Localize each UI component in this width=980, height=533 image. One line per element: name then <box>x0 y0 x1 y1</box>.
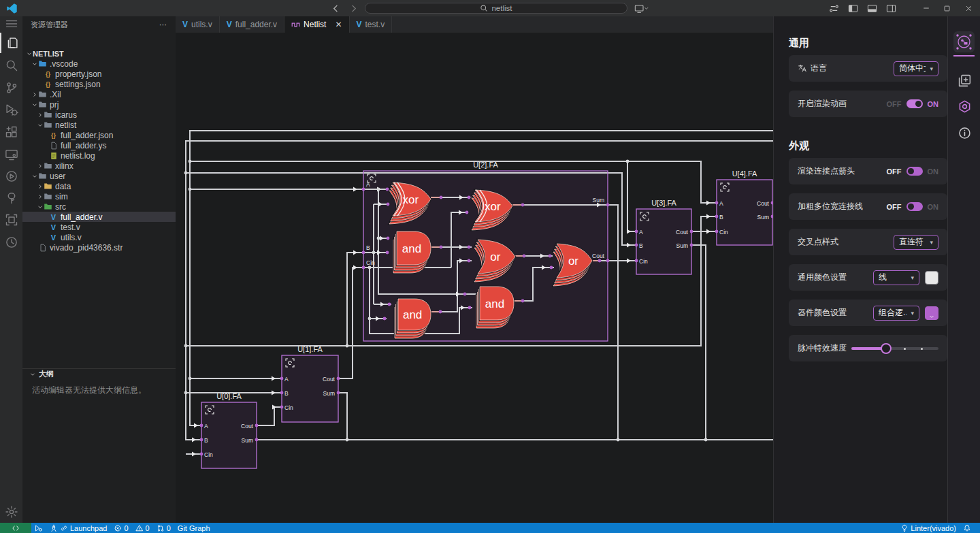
port-label: Cin <box>284 404 293 411</box>
tree-item-xilinx[interactable]: xilinx <box>22 161 176 171</box>
status-remote[interactable] <box>0 523 31 533</box>
wire-arrow <box>627 259 631 263</box>
netlist-canvas[interactable]: xorxorandororandandU[2].FAABCinSumCoutU[… <box>176 33 773 523</box>
layout-controls-icon[interactable] <box>826 1 841 16</box>
sidebar-more-actions[interactable]: ⋯ <box>159 20 167 29</box>
tab-test.v[interactable]: Vtest.v <box>350 16 393 33</box>
tree-item-netlist[interactable]: netlist <box>22 120 176 130</box>
ext-icon[interactable] <box>0 122 22 142</box>
remote-icon[interactable] <box>0 144 22 165</box>
menu-icon[interactable] <box>0 14 22 34</box>
tree-item-prj[interactable]: prj <box>22 99 176 110</box>
tab-close-icon[interactable]: ✕ <box>335 20 342 29</box>
tree-item-test.v[interactable]: Vtest.v <box>22 222 176 232</box>
tree-item-icarus[interactable]: icarus <box>22 110 176 120</box>
tree-item-utils.v[interactable]: Vutils.v <box>22 232 176 242</box>
toggle-render-animation[interactable]: OFFON <box>887 99 939 108</box>
status-launchpad[interactable]: Launchpad <box>46 523 110 533</box>
tab-bar: Vutils.vVfull_adder.vNetlist✕Vtest.v <box>176 16 773 33</box>
close-button[interactable] <box>957 0 980 16</box>
pin-dot <box>521 300 525 303</box>
status-debug[interactable] <box>31 523 46 533</box>
collect-icon[interactable] <box>957 73 972 88</box>
color-swatch-general-color[interactable] <box>925 271 938 285</box>
gate-and[interactable]: and <box>476 287 514 328</box>
dropdown-general-color[interactable]: 线▾ <box>873 270 919 285</box>
toggle-render-arrows[interactable]: OFFON <box>887 167 939 176</box>
block-U0[interactable] <box>201 402 257 468</box>
tree-item-settings.json[interactable]: {}settings.json <box>22 79 176 89</box>
frame-icon[interactable] <box>0 210 22 230</box>
gear-icon[interactable] <box>0 502 22 522</box>
dropdown-language[interactable]: 简体中文▾ <box>894 61 938 76</box>
scm-icon[interactable] <box>0 78 22 98</box>
status-notifications[interactable] <box>960 523 975 533</box>
search-icon[interactable] <box>0 55 22 76</box>
outline-header[interactable]: 大纲 <box>22 369 176 379</box>
tree-item-full_adder.ys[interactable]: full_adder.ys <box>22 140 176 150</box>
tree-item-vivado_pid43636.str[interactable]: vivado_pid43636.str <box>22 242 176 253</box>
tree-item-data[interactable]: data <box>22 181 176 191</box>
colors-icon[interactable] <box>957 99 972 114</box>
verilog-icon: V <box>227 20 232 29</box>
status-errors[interactable]: 0 <box>110 523 131 533</box>
tree-item-src[interactable]: src <box>22 201 176 212</box>
debug-icon[interactable] <box>0 99 22 120</box>
netlist-tool-icon[interactable] <box>953 31 975 52</box>
nav-forward-button[interactable] <box>346 1 361 16</box>
tab-utils.v[interactable]: Vutils.v <box>176 16 220 33</box>
remote-window-icon[interactable] <box>634 1 649 16</box>
command-search-input[interactable]: netlist <box>365 3 627 14</box>
port-label: A <box>719 200 723 207</box>
tree-item-full_adder.v[interactable]: Vfull_adder.v <box>22 212 176 222</box>
block-U1[interactable] <box>282 355 338 422</box>
wire-arrow <box>192 452 196 457</box>
dropdown-device-color[interactable]: 组合逻...▾ <box>873 306 919 321</box>
port-dot <box>337 391 340 395</box>
dropdown-cross-style[interactable]: 直连符▾ <box>894 235 938 250</box>
block-U4[interactable] <box>717 180 772 245</box>
slider-pulse-speed[interactable] <box>851 343 938 354</box>
gate-and[interactable]: and <box>395 299 431 338</box>
status-warnings[interactable]: 0 <box>132 523 153 533</box>
color-swatch-device-color[interactable] <box>925 306 938 320</box>
toggle-panel-icon[interactable] <box>864 1 879 16</box>
toggle-bold-multibit[interactable]: OFFON <box>887 202 939 211</box>
port-dot <box>280 406 284 409</box>
info-icon[interactable] <box>957 125 972 140</box>
tree-item-user[interactable]: user <box>22 171 176 181</box>
toggle-sidebar-icon[interactable] <box>845 1 860 16</box>
pin-dot <box>468 306 472 310</box>
files-icon[interactable] <box>0 33 22 53</box>
tab-full_adder.v[interactable]: Vfull_adder.v <box>220 16 284 33</box>
status-pr[interactable]: 0 <box>153 523 174 533</box>
tab-Netlist[interactable]: Netlist✕ <box>284 16 349 33</box>
tree-item-sim[interactable]: sim <box>22 191 176 201</box>
tree-item-property.json[interactable]: {}property.json <box>22 69 176 79</box>
nav-back-button[interactable] <box>328 1 343 16</box>
toggle-secondary-sidebar-icon[interactable] <box>883 1 898 16</box>
status-git-graph[interactable]: Git Graph <box>174 523 214 533</box>
tree-item-full_adder.json[interactable]: {}full_adder.json <box>22 130 176 140</box>
tree-item-label: utils.v <box>61 233 82 242</box>
testing-icon[interactable] <box>0 188 22 208</box>
minimize-button[interactable] <box>916 0 936 16</box>
tree-item-label: icarus <box>55 110 77 120</box>
junction-dot <box>368 317 372 321</box>
status-linter[interactable]: Linter(vivado) <box>897 523 960 533</box>
tree-item-label: xilinx <box>55 161 74 171</box>
wire <box>608 205 618 440</box>
port-dot <box>280 377 284 381</box>
tree-item-label: full_adder.v <box>61 212 102 222</box>
wire <box>338 268 362 378</box>
maximize-button[interactable] <box>936 0 957 16</box>
gate-and[interactable]: and <box>393 231 431 273</box>
tree-item-.Xil[interactable]: .Xil <box>22 89 176 99</box>
history-icon[interactable] <box>0 232 22 253</box>
tree-item-.vscode[interactable]: .vscode <box>22 59 176 69</box>
port-label: Sum <box>757 214 769 221</box>
tree-item-netlist.log[interactable]: netlist.log <box>22 150 176 161</box>
svg-text:and: and <box>485 297 504 310</box>
tree-item-NETLIST[interactable]: NETLIST <box>22 48 176 59</box>
runprof-icon[interactable] <box>0 166 22 187</box>
